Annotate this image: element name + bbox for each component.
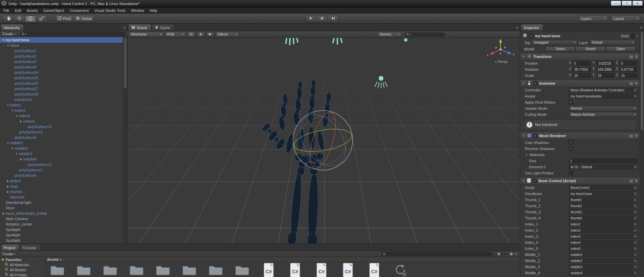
hierarchy-item-rotation-center[interactable]: Rotation_center [0, 221, 127, 227]
hierarchy-item-index3[interactable]: ▼index3 [0, 113, 127, 119]
update-mode-dropdown[interactable]: Normal▾ [569, 106, 638, 111]
hierarchy-item-polysurface2[interactable]: polySurface2 [0, 54, 127, 59]
object-picker-icon[interactable]: ⊙ [633, 204, 637, 208]
hierarchy-scrollbar[interactable] [123, 37, 127, 243]
middle-2-object-field[interactable]: middle2⊙ [569, 258, 638, 263]
reference-doc-icon[interactable]: ▤ [629, 134, 633, 138]
rotation-x-field[interactable]: 29.77931 [573, 67, 591, 72]
foldout-open-icon[interactable]: ▼ [6, 44, 10, 47]
hierarchy-item-main-camera[interactable]: Main Camera [0, 216, 127, 221]
scrollbar-thumb[interactable] [641, 32, 643, 130]
object-picker-icon[interactable]: ⊙ [633, 234, 637, 238]
object-picker-icon[interactable]: ⊙ [633, 186, 637, 190]
asset-folder-icon[interactable] [207, 263, 224, 277]
hierarchy-item-diamond[interactable]: diamond [0, 194, 127, 200]
hierarchy-item-ring1[interactable]: ▶ring1 [0, 184, 127, 189]
hierarchy-item-index2[interactable]: ▼index2 [0, 108, 127, 113]
foldout-closed-icon[interactable]: ▶ [19, 120, 23, 123]
panel-menu-icon[interactable]: ≡ [515, 252, 517, 256]
panel-menu-icon[interactable]: ≡ [124, 25, 126, 29]
layers-dropdown[interactable]: Layers ▾ [578, 15, 608, 22]
render-mode-dropdown[interactable]: RGB ▾ [164, 32, 186, 37]
mesh-renderer-enabled-checkbox[interactable] [533, 134, 537, 138]
2d-toggle[interactable]: 2D [187, 32, 196, 37]
hierarchy-item-polysurface24[interactable]: polySurface24 [0, 70, 127, 75]
script-object-field[interactable]: BoneControl⊙ [569, 185, 638, 190]
close-button[interactable]: ✕ [632, 1, 643, 6]
avatar-object-field[interactable]: my hand boneAvatar⊙ [569, 94, 638, 99]
foldout-open-icon[interactable]: ▼ [15, 114, 19, 118]
hierarchy-item-polysurface1[interactable]: polySurface1 [0, 48, 127, 54]
model-select-button[interactable]: Select [546, 46, 575, 51]
step-button[interactable] [328, 15, 339, 22]
use-light-probes-checkbox[interactable] [569, 171, 573, 175]
hierarchy-item-index4[interactable]: ▶index4 [0, 119, 127, 124]
object-picker-icon[interactable]: ⊙ [633, 222, 637, 226]
tab-hierarchy[interactable]: Hierarchy [1, 24, 24, 31]
object-picker-icon[interactable]: ⊙ [633, 94, 637, 98]
foldout-open-icon[interactable]: ▼ [1, 39, 6, 42]
favorite-all-prefabs[interactable]: All Prefabs [0, 272, 45, 277]
layout-dropdown[interactable]: Layout ▾ [611, 15, 641, 22]
hierarchy-item-spotlight[interactable]: Spotlight [0, 238, 127, 243]
hierarchy-item-polysurface13[interactable]: polySurface13 [0, 162, 127, 167]
object-picker-icon[interactable]: ⊙ [633, 265, 637, 269]
object-picker-icon[interactable]: ⊙ [633, 216, 637, 220]
pause-button[interactable] [316, 15, 328, 22]
transform-header[interactable]: ▼ Transform ▤⚙ [520, 53, 640, 60]
menu-file[interactable]: File [1, 8, 12, 13]
object-picker-icon[interactable]: ⊙ [633, 253, 637, 257]
thumb-4-object-field[interactable]: thumb4⊙ [569, 216, 638, 220]
asset-model-icon[interactable] [392, 263, 409, 277]
tab-game[interactable]: Game [152, 24, 174, 31]
hierarchy-item-pinky1[interactable]: ▶pinky1 [0, 178, 127, 184]
favorites-header[interactable]: ★ Favorites [0, 257, 45, 262]
object-picker-icon[interactable]: ⊙ [633, 198, 637, 202]
inspector-scrollbar[interactable] [640, 31, 644, 277]
tab-scene[interactable]: Scene [128, 24, 151, 31]
hierarchy-item-polysurface6[interactable]: polySurface6 [0, 173, 127, 178]
static-flags-chevron-icon[interactable]: ▾ [636, 35, 638, 38]
apply-root-motion-checkbox[interactable] [569, 100, 573, 104]
menu-component[interactable]: Component [67, 8, 91, 13]
foldout-open-icon[interactable]: ▼ [522, 55, 525, 58]
hierarchy-item-polysurface14[interactable]: polySurface14 [0, 124, 127, 129]
materials-size-field[interactable]: 1 [569, 158, 638, 163]
hierarchy-item-hand-leftandright-prefab[interactable]: ▶hand_leftandright_prefab [0, 211, 127, 216]
rotate-tool-button[interactable] [25, 15, 36, 22]
scale-tool-button[interactable] [36, 15, 47, 22]
favorite-all-materials[interactable]: All Materials [0, 262, 45, 267]
hierarchy-item-polysurface4[interactable]: polySurface4 [0, 64, 127, 70]
reference-doc-icon[interactable]: ▤ [629, 81, 633, 86]
foldout-closed-icon[interactable]: ▶ [19, 158, 23, 161]
gear-icon[interactable]: ⚙ [635, 179, 638, 183]
scene-viewport[interactable]: y x z < Persp [128, 38, 520, 243]
scene-audio-toggle[interactable] [206, 32, 215, 37]
pan-tool-button[interactable] [3, 15, 14, 22]
object-picker-icon[interactable]: ⊙ [633, 210, 637, 214]
asset-script-icon[interactable]: C# [366, 263, 383, 277]
thumb-2-object-field[interactable]: thumb2⊙ [569, 204, 638, 208]
menu-gameobject[interactable]: GameObject [41, 8, 67, 13]
foldout-open-icon[interactable]: ▼ [6, 104, 10, 107]
menu-window[interactable]: Window [128, 8, 147, 13]
hierarchy-item-directional-light[interactable]: Directional light [0, 200, 127, 205]
foldout-open-icon[interactable]: ▼ [6, 142, 10, 145]
hierarchy-item-my-hand-bone[interactable]: ▼my hand bone [0, 37, 127, 43]
hierarchy-item-polysurface27[interactable]: polySurface27 [0, 86, 127, 91]
layer-dropdown[interactable]: Default ▾ [590, 40, 636, 45]
draw-mode-dropdown[interactable]: Wireframe ▾ [129, 32, 164, 37]
object-picker-icon[interactable]: ⊙ [633, 228, 637, 232]
asset-script-icon[interactable]: C# [313, 263, 330, 277]
object-picker-icon[interactable]: ⊙ [633, 165, 637, 169]
scrollbar-thumb[interactable] [124, 38, 127, 88]
tab-console[interactable]: Console [20, 244, 40, 251]
foldout-open-icon[interactable]: ▼ [10, 109, 15, 112]
hierarchy-item-polysurface28[interactable]: polySurface28 [0, 91, 127, 97]
tab-inspector[interactable]: Inspector [521, 24, 543, 31]
hierarchy-item-thumb1[interactable]: ▶thumb1 [0, 189, 127, 194]
asset-folder-icon[interactable] [49, 263, 66, 277]
scale-x-field[interactable]: 15 [573, 73, 591, 78]
hierarchy-item-transform1[interactable]: transform1 [0, 97, 127, 102]
hierarchy-item-polysurface3[interactable]: polySurface3 [0, 59, 127, 64]
